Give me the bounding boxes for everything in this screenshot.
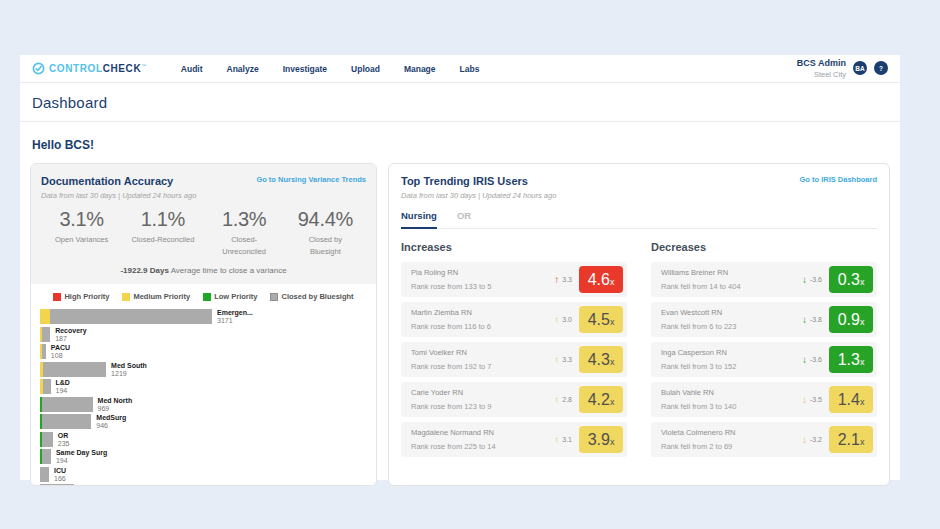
user-avatar[interactable]: BA: [853, 61, 867, 75]
user-rank-change: Rank fell from 3 to 140: [661, 402, 802, 411]
iris-tabs: Nursing OR: [401, 210, 877, 229]
iris-dashboard-link[interactable]: Go to IRIS Dashboard: [799, 175, 877, 184]
user-row-williams-breiner-rn[interactable]: Williams Breiner RNRank fell from 14 to …: [651, 262, 877, 297]
user-row-magdalene-normand-rn[interactable]: Magdalene Normand RNRank rose from 225 t…: [401, 422, 627, 457]
bar-segment-closed: [42, 432, 53, 447]
bar[interactable]: [40, 432, 367, 447]
arrow-up-icon: ↑: [554, 274, 559, 285]
bar-label: Emergen...3171: [217, 309, 253, 325]
bar-department-name: OR: [58, 432, 70, 440]
top-navigation-bar: CONTROLCHECK™ AuditAnalyzeInvestigateUpl…: [20, 55, 900, 83]
user-rank-change: Rank rose from 116 to 6: [411, 322, 554, 331]
nursing-variance-trends-link[interactable]: Go to Nursing Variance Trends: [256, 175, 366, 184]
bar[interactable]: [40, 397, 367, 412]
arrow-down-icon: ↓: [802, 314, 807, 325]
stat-value: 3.1%: [41, 208, 122, 231]
nav-item-upload[interactable]: Upload: [351, 64, 380, 74]
bar-segment-closed: [43, 362, 106, 377]
bar-label: OR235: [58, 432, 70, 448]
tab-nursing[interactable]: Nursing: [401, 210, 437, 229]
stat-value: 1.3%: [204, 208, 285, 231]
bar-segment-closed: [42, 397, 93, 412]
legend-medium-priority: Medium Priority: [122, 292, 190, 301]
user-row-martin-ziemba-rn[interactable]: Martin Ziemba RNRank rose from 116 to 6↑…: [401, 302, 627, 337]
user-row-tomi-voelker-rn[interactable]: Tomi Voelker RNRank rose from 192 to 7↑3…: [401, 342, 627, 377]
tab-or[interactable]: OR: [457, 210, 471, 228]
user-box: BCS Admin Steel City BA ?: [797, 57, 888, 79]
user-rank-change: Rank rose from 133 to 5: [411, 282, 554, 291]
user-info: Pia Roling RNRank rose from 133 to 5: [411, 268, 554, 291]
bar-label: Med North969: [98, 397, 133, 413]
user-name-text: Williams Breiner RN: [661, 268, 802, 277]
user-name-text: Evan Westcott RN: [661, 308, 802, 317]
user-info: Inga Casperson RNRank fell from 3 to 152: [661, 348, 802, 371]
user-rank-change: Rank fell from 6 to 223: [661, 322, 802, 331]
bar-segment-closed: [40, 467, 49, 482]
bar-row-emergen: Emergen...3171: [40, 309, 367, 324]
user-info: Tomi Voelker RNRank rose from 192 to 7: [411, 348, 554, 371]
user-row-carie-yoder-rn[interactable]: Carie Yoder RNRank rose from 123 to 9↑2.…: [401, 382, 627, 417]
bar-label: Same Day Surg194: [56, 449, 107, 465]
user-name-text: Pia Roling RN: [411, 268, 554, 277]
stat-label: Open Variances: [41, 234, 122, 246]
user-rank-change: Rank fell from 3 to 152: [661, 362, 802, 371]
multiplier-badge: 0.9x: [829, 306, 873, 333]
bar-label: Med South1219: [111, 362, 147, 378]
bar-row-icu: ICU166: [40, 467, 367, 482]
help-icon[interactable]: ?: [874, 61, 888, 75]
nav-item-manage[interactable]: Manage: [404, 64, 436, 74]
user-row-pia-roling-rn[interactable]: Pia Roling RNRank rose from 133 to 5↑3.3…: [401, 262, 627, 297]
multiplier-badge: 1.4x: [829, 386, 873, 413]
bar[interactable]: [40, 327, 367, 342]
bar[interactable]: [40, 344, 367, 359]
main-nav: AuditAnalyzeInvestigateUploadManageLabs: [181, 64, 480, 74]
user-name-text: Martin Ziemba RN: [411, 308, 554, 317]
bar[interactable]: [40, 362, 367, 377]
bar[interactable]: [40, 309, 367, 324]
user-name: BCS Admin: [797, 57, 846, 69]
bar[interactable]: [40, 467, 367, 482]
bar[interactable]: [40, 414, 367, 429]
nav-item-labs[interactable]: Labs: [460, 64, 480, 74]
bar-segment-closed: [42, 414, 91, 429]
legend-label: Closed by Bluesight: [281, 292, 353, 301]
main-content: Hello BCS! Documentation Accuracy Go to …: [20, 122, 900, 486]
bar[interactable]: [40, 484, 367, 485]
delta-value: -3.6: [810, 356, 822, 363]
nav-item-analyze[interactable]: Analyze: [227, 64, 259, 74]
variance-stats: 3.1%Open Variances1.1%Closed-Reconciled1…: [41, 208, 366, 258]
brand-name-check: CHECK: [103, 63, 142, 74]
bar[interactable]: [40, 379, 367, 394]
legend-label: Medium Priority: [133, 292, 190, 301]
user-location: Steel City: [797, 70, 846, 80]
arrow-up-icon: ↑: [554, 434, 559, 445]
delta-value: 3.3: [562, 276, 572, 283]
bar-row-medsurg: MedSurg946: [40, 414, 367, 429]
documentation-accuracy-card: Documentation Accuracy Go to Nursing Var…: [30, 163, 377, 486]
delta-value: -3.6: [810, 276, 822, 283]
brand-logo[interactable]: CONTROLCHECK™: [32, 62, 147, 75]
bar-label: L&D194: [56, 379, 70, 395]
decreases-rows: Williams Breiner RNRank fell from 14 to …: [651, 262, 877, 457]
user-row-violeta-colmenero-rn[interactable]: Violeta Colmenero RNRank fell from 2 to …: [651, 422, 877, 457]
stat-value: 94.4%: [285, 208, 366, 231]
bar-segment-closed: [50, 309, 212, 324]
nav-item-investigate[interactable]: Investigate: [283, 64, 327, 74]
nav-item-audit[interactable]: Audit: [181, 64, 203, 74]
bar-value: 194: [56, 387, 70, 395]
multiplier-badge: 4.5x: [579, 306, 623, 333]
increases-header: Increases: [401, 241, 627, 253]
user-name-text: Inga Casperson RN: [661, 348, 802, 357]
iris-users-card: Top Trending IRIS Users Go to IRIS Dashb…: [388, 163, 890, 486]
multiplier-badge: 4.2x: [579, 386, 623, 413]
brand-trademark: ™: [141, 63, 147, 69]
user-info: Martin Ziemba RNRank rose from 116 to 6: [411, 308, 554, 331]
stat-label: Closed-Reconciled: [122, 234, 203, 246]
bar-label: MedSurg946: [96, 414, 126, 430]
user-row-evan-westcott-rn[interactable]: Evan Westcott RNRank fell from 6 to 223↓…: [651, 302, 877, 337]
user-row-inga-casperson-rn[interactable]: Inga Casperson RNRank fell from 3 to 152…: [651, 342, 877, 377]
user-row-bulah-vahle-rn[interactable]: Bulah Vahle RNRank fell from 3 to 140↓-3…: [651, 382, 877, 417]
bar-value: 3171: [217, 317, 253, 325]
bar-department-name: Emergen...: [217, 309, 253, 317]
delta-value: -3.2: [810, 436, 822, 443]
